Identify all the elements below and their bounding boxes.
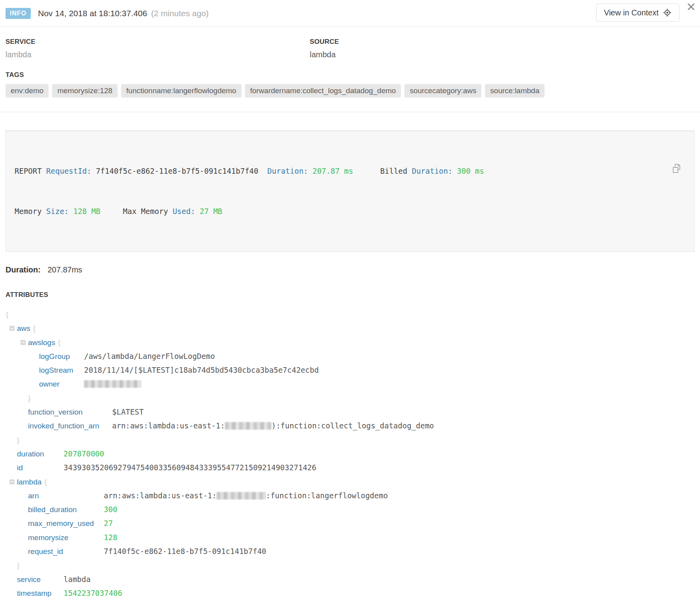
attribute-key[interactable]: function_version xyxy=(28,405,112,419)
attribute-value: $LATEST xyxy=(112,405,144,419)
brace: } xyxy=(28,391,30,405)
message-token xyxy=(69,207,73,216)
attribute-key[interactable]: memorysize xyxy=(28,531,104,544)
collapse-icon[interactable] xyxy=(21,340,26,345)
redacted-value xyxy=(84,380,141,388)
attribute-key[interactable]: service xyxy=(17,573,64,586)
message-token: 7f140f5c-e862-11e8-b7f5-091c141b7f40 xyxy=(91,167,258,175)
message-token: REPORT xyxy=(15,167,46,175)
attributes-label: ATTRIBUTES xyxy=(0,274,700,299)
tree-kv-billed_duration: billed_duration300 xyxy=(0,503,694,516)
attribute-key[interactable]: arn xyxy=(28,489,104,503)
service-label: SERVICE xyxy=(6,38,310,46)
redacted-value xyxy=(225,422,271,430)
attribute-key[interactable]: lambda xyxy=(17,475,41,489)
tags-row: env:demomemorysize:128functionname:lange… xyxy=(6,84,694,101)
attribute-key[interactable]: invoked_function_arn xyxy=(28,419,112,433)
attribute-key[interactable]: request_id xyxy=(28,544,104,558)
brace: { xyxy=(6,308,8,321)
attribute-key[interactable]: owner xyxy=(39,377,84,391)
collapse-icon[interactable] xyxy=(9,479,15,484)
tree-brace-row: } xyxy=(0,558,694,572)
attribute-value: 207870000 xyxy=(64,447,104,461)
message-token xyxy=(353,167,380,175)
collapse-icon[interactable] xyxy=(9,326,15,331)
brace: } xyxy=(17,558,19,572)
tree-kv-invoked_function_arn: invoked_function_arnarn:aws:lambda:us-ea… xyxy=(0,419,694,433)
tags-label: TAGS xyxy=(6,71,694,79)
attribute-value: /aws/lambda/LangerFlowLogDemo xyxy=(84,349,215,363)
tag-pill[interactable]: memorysize:128 xyxy=(52,84,117,98)
attribute-key[interactable]: billed_duration xyxy=(28,503,104,516)
brace: } xyxy=(17,433,19,447)
tree-kv-timestamp: timestamp1542237037406 xyxy=(0,586,694,597)
log-relative-time: (2 minutes ago) xyxy=(151,9,209,18)
log-message-line-1: REPORT RequestId: 7f140f5c-e862-11e8-b7f… xyxy=(15,164,685,178)
attribute-value: lambda xyxy=(64,573,91,586)
log-detail-header: INFO Nov 14, 2018 at 18:10:37.406 (2 min… xyxy=(0,0,700,27)
tree-kv-request_id: request_id7f140f5c-e862-11e8-b7f5-091c14… xyxy=(0,544,694,558)
target-icon xyxy=(663,8,672,17)
tree-group-awslogs: awslogs{ xyxy=(0,336,694,349)
source-value: lambda xyxy=(310,50,339,59)
attribute-key[interactable]: aws xyxy=(17,321,30,335)
tag-pill[interactable]: functionname:langerflowlogdemo xyxy=(121,84,241,98)
attribute-key[interactable]: timestamp xyxy=(17,586,64,597)
attribute-value: 7f140f5c-e862-11e8-b7f5-091c141b7f40 xyxy=(104,544,266,558)
brace: { xyxy=(33,321,36,335)
tree-kv-service: servicelambda xyxy=(0,573,694,586)
message-token xyxy=(258,167,268,175)
tree-brace-row: } xyxy=(0,433,694,447)
copy-icon[interactable] xyxy=(670,136,689,201)
tag-pill[interactable]: forwardername:collect_logs_datadog_demo xyxy=(245,84,401,98)
tree-kv-max_memory_used: max_memory_used27 xyxy=(0,516,694,530)
message-token: RequestId: xyxy=(46,167,91,175)
log-message-box: REPORT RequestId: 7f140f5c-e862-11e8-b7f… xyxy=(6,130,694,252)
attribute-key[interactable]: id xyxy=(17,461,64,475)
view-in-context-button[interactable]: View in Context xyxy=(596,4,679,22)
tag-pill[interactable]: sourcecategory:aws xyxy=(404,84,481,98)
attribute-value: 128 xyxy=(104,531,117,544)
status-badge: INFO xyxy=(6,8,31,19)
tag-pill[interactable]: source:lambda xyxy=(485,84,545,98)
tag-pill[interactable]: env:demo xyxy=(6,84,49,98)
attribute-value: 1542237037406 xyxy=(64,586,122,597)
message-token xyxy=(195,207,200,216)
redacted-value xyxy=(217,492,266,499)
tree-kv-logStream: logStream2018/11/14/[$LATEST]c18ab74d5bd… xyxy=(0,363,694,377)
log-message-line-2: Memory Size: 128 MB Max Memory Used: 27 … xyxy=(15,205,685,218)
log-overview: SERVICE lambda SOURCE lambda TAGS env:de… xyxy=(0,27,700,101)
message-token: Size: xyxy=(46,207,69,216)
attribute-key[interactable]: max_memory_used xyxy=(28,516,104,530)
brace: { xyxy=(44,475,47,489)
message-token: 27 MB xyxy=(200,207,222,216)
duration-label: Duration: xyxy=(6,265,41,274)
attribute-value: 2018/11/14/[$LATEST]c18ab74d5bd5430cbca3… xyxy=(84,363,319,377)
tree-kv-function_version: function_version$LATEST xyxy=(0,405,694,419)
attribute-key[interactable]: duration xyxy=(17,447,64,461)
message-token: Billed xyxy=(380,167,412,175)
message-token: Duration: xyxy=(268,167,308,175)
message-token xyxy=(100,207,123,216)
close-icon[interactable]: ✕ xyxy=(685,1,698,13)
tree-kv-memorysize: memorysize128 xyxy=(0,531,694,544)
attribute-key[interactable]: awslogs xyxy=(28,336,55,349)
duration-row: Duration: 207.87ms xyxy=(0,252,700,274)
message-token: Duration: xyxy=(412,167,453,175)
tree-kv-arn: arnarn:aws:lambda:us-east-1::function:la… xyxy=(0,489,694,503)
tree-kv-owner: owner xyxy=(0,377,694,391)
attribute-value: arn:aws:lambda:us-east-1:):function:coll… xyxy=(112,419,434,433)
tree-brace-row: { xyxy=(0,308,694,321)
attributes-tree: {aws{awslogs{logGroup/aws/lambda/LangerF… xyxy=(0,299,700,597)
tree-group-lambda: lambda{ xyxy=(0,475,694,489)
attribute-key[interactable]: logStream xyxy=(39,363,84,377)
message-token: Memory xyxy=(15,207,46,216)
tree-kv-id: id34393035206927947540033560948433395547… xyxy=(0,461,694,475)
message-token xyxy=(453,167,457,175)
log-timestamp: Nov 14, 2018 at 18:10:37.406 xyxy=(38,9,147,18)
message-token xyxy=(308,167,313,175)
tree-group-aws: aws{ xyxy=(0,321,694,335)
attribute-value: 27 xyxy=(104,516,113,530)
source-label: SOURCE xyxy=(310,38,339,46)
attribute-key[interactable]: logGroup xyxy=(39,349,84,363)
